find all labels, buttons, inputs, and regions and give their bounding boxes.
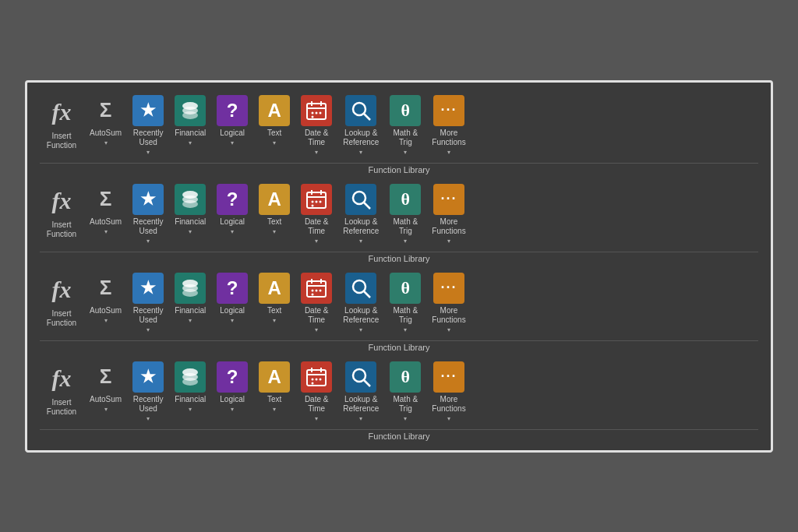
text-dropdown-arrow: ▾: [273, 317, 276, 324]
autosum-button-row1[interactable]: ΣAutoSum▾: [85, 181, 126, 248]
lookup-icon: [345, 361, 376, 393]
math-trig-button-row3[interactable]: θMath &Trig▾: [385, 358, 425, 426]
recently-used-dropdown-arrow: ▾: [147, 238, 150, 245]
text-button-row3[interactable]: AText▾: [254, 358, 295, 426]
financial-button-row3[interactable]: Financial▾: [170, 358, 210, 426]
math-trig-label: Math &Trig▾: [393, 306, 418, 334]
text-label: Text▾: [267, 306, 281, 325]
section-label-2: Function Library: [40, 340, 758, 355]
logical-button-row2[interactable]: ?Logical▾: [212, 270, 252, 337]
autosum-label: AutoSum▾: [90, 129, 122, 147]
lookup-dropdown-arrow: ▾: [359, 326, 362, 333]
logical-icon: ?: [217, 184, 248, 215]
date-time-button-row1[interactable]: Date &Time▾: [296, 181, 337, 248]
recently-used-label: RecentlyUsed▾: [133, 306, 164, 334]
more-fn-button-row3[interactable]: ···MoreFunctions▾: [427, 358, 470, 426]
date-time-label: Date &Time▾: [305, 395, 329, 423]
math-trig-dropdown-arrow: ▾: [404, 415, 407, 422]
autosum-button-row2[interactable]: ΣAutoSum▾: [85, 270, 126, 337]
autosum-button-row0[interactable]: ΣAutoSum▾: [85, 92, 126, 160]
logical-button-row3[interactable]: ?Logical▾: [212, 358, 252, 426]
lookup-button-row3[interactable]: Lookup &Reference▾: [338, 358, 383, 426]
more-fn-icon: ···: [433, 184, 464, 215]
svg-point-28: [182, 289, 198, 297]
svg-point-49: [312, 382, 314, 384]
lookup-button-row0[interactable]: Lookup &Reference▾: [338, 92, 383, 160]
svg-point-10: [312, 115, 314, 118]
svg-point-46: [312, 378, 314, 380]
financial-button-row0[interactable]: Financial▾: [170, 92, 210, 160]
logical-label: Logical▾: [220, 395, 245, 414]
autosum-icon: Σ: [90, 184, 122, 215]
financial-button-row1[interactable]: Financial▾: [170, 181, 210, 248]
date-time-label: Date &Time▾: [305, 306, 329, 334]
recently-used-icon: ★: [132, 95, 164, 126]
financial-button-row2[interactable]: Financial▾: [170, 270, 210, 337]
insert-fn-icon: fx: [44, 361, 79, 396]
logical-button-row1[interactable]: ?Logical▾: [212, 181, 252, 248]
recently-used-button-row3[interactable]: ★RecentlyUsed▾: [128, 358, 168, 426]
logical-icon: ?: [217, 361, 248, 393]
math-trig-button-row0[interactable]: θMath &Trig▾: [385, 92, 425, 160]
recently-used-button-row0[interactable]: ★RecentlyUsed▾: [128, 92, 168, 160]
math-trig-button-row1[interactable]: θMath &Trig▾: [385, 181, 425, 248]
more-fn-button-row1[interactable]: ···MoreFunctions▾: [427, 181, 470, 248]
svg-point-7: [312, 111, 314, 114]
insert-fn-button-row0[interactable]: fxInsertFunction: [40, 92, 83, 160]
logical-icon: ?: [217, 273, 248, 304]
financial-label: Financial▾: [175, 129, 206, 147]
text-button-row1[interactable]: AText▾: [254, 181, 295, 248]
svg-point-23: [312, 204, 314, 206]
ribbon-frame: fxInsertFunctionΣAutoSum▾★RecentlyUsed▾F…: [25, 80, 773, 453]
section-label-1: Function Library: [40, 252, 758, 266]
lookup-label: Lookup &Reference▾: [343, 129, 379, 157]
more-fn-button-row2[interactable]: ···MoreFunctions▾: [427, 270, 470, 337]
autosum-button-row3[interactable]: ΣAutoSum▾: [85, 358, 126, 426]
math-trig-dropdown-arrow: ▾: [404, 326, 407, 333]
toolbar-row-2: fxInsertFunctionΣAutoSum▾★RecentlyUsed▾F…: [34, 266, 764, 340]
text-button-row0[interactable]: AText▾: [254, 92, 295, 160]
section-label-3: Function Library: [40, 429, 758, 444]
insert-fn-button-row2[interactable]: fxInsertFunction: [40, 270, 83, 337]
date-time-icon: [301, 95, 332, 126]
svg-point-20: [312, 200, 314, 203]
date-time-icon: [301, 361, 332, 393]
logical-dropdown-arrow: ▾: [231, 139, 234, 146]
math-trig-icon: θ: [390, 273, 421, 304]
date-time-button-row3[interactable]: Date &Time▾: [296, 358, 337, 426]
more-fn-dropdown-arrow: ▾: [447, 326, 450, 333]
autosum-dropdown-arrow: ▾: [104, 228, 108, 235]
more-fn-button-row0[interactable]: ···MoreFunctions▾: [427, 92, 470, 160]
lookup-button-row2[interactable]: Lookup &Reference▾: [338, 270, 383, 337]
text-button-row2[interactable]: AText▾: [254, 270, 295, 337]
lookup-button-row1[interactable]: Lookup &Reference▾: [338, 181, 383, 248]
date-time-button-row0[interactable]: Date &Time▾: [296, 92, 337, 160]
financial-icon: [175, 361, 206, 393]
recently-used-button-row1[interactable]: ★RecentlyUsed▾: [128, 181, 168, 248]
math-trig-dropdown-arrow: ▾: [404, 149, 407, 156]
math-trig-label: Math &Trig▾: [393, 395, 418, 423]
logical-dropdown-arrow: ▾: [231, 228, 234, 235]
svg-line-38: [364, 291, 370, 298]
text-dropdown-arrow: ▾: [273, 228, 276, 235]
more-fn-dropdown-arrow: ▾: [447, 415, 450, 422]
date-time-icon: [301, 273, 332, 304]
lookup-label: Lookup &Reference▾: [343, 306, 379, 334]
svg-point-48: [320, 378, 322, 380]
insert-fn-button-row1[interactable]: fxInsertFunction: [40, 181, 83, 248]
svg-line-12: [364, 114, 370, 120]
recently-used-icon: ★: [132, 361, 164, 393]
recently-used-button-row2[interactable]: ★RecentlyUsed▾: [128, 270, 168, 337]
lookup-icon: [345, 184, 376, 215]
logical-icon: ?: [217, 95, 248, 126]
insert-fn-button-row3[interactable]: fxInsertFunction: [40, 358, 83, 426]
financial-icon: [175, 273, 206, 304]
autosum-icon: Σ: [90, 95, 122, 126]
date-time-button-row2[interactable]: Date &Time▾: [296, 270, 337, 337]
svg-point-9: [320, 111, 322, 114]
math-trig-dropdown-arrow: ▾: [404, 238, 407, 245]
logical-button-row0[interactable]: ?Logical▾: [212, 92, 252, 160]
lookup-icon: [345, 95, 376, 126]
math-trig-button-row2[interactable]: θMath &Trig▾: [385, 270, 425, 337]
recently-used-label: RecentlyUsed▾: [133, 395, 164, 423]
